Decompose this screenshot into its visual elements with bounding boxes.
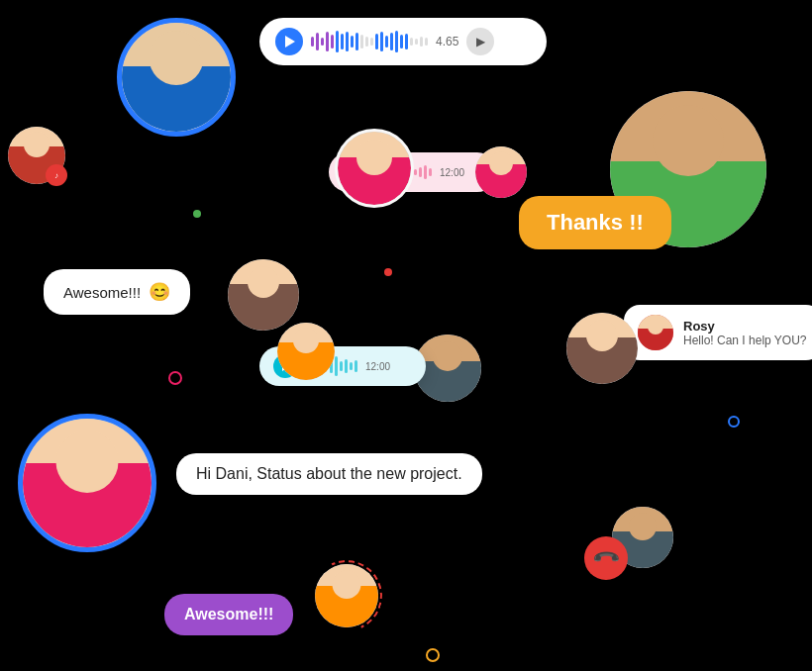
avatar-woman-facing-right <box>566 313 638 384</box>
voice-duration: 4.65 <box>436 35 458 48</box>
hi-dani-text: Hi Dani, Status about the new project. <box>196 465 462 482</box>
avatar-woman-smiling <box>228 259 299 331</box>
voice-message-top[interactable]: 4.65 ▶ <box>259 18 547 65</box>
awesome-text-white: Awesome!!! <box>63 284 141 301</box>
blue-ring-dot <box>728 416 740 428</box>
red-dot <box>384 268 392 276</box>
rosy-card: Rosy Hello! Can I help YOU? <box>624 305 812 360</box>
play-button-top[interactable] <box>275 28 303 55</box>
avatar-woman-glasses-right <box>475 146 527 198</box>
avatar-woman-curly <box>315 564 378 627</box>
voice-time-pink: 12:00 <box>440 167 464 178</box>
avatar-woman-red-container: ♪ <box>8 127 65 184</box>
green-dot <box>193 210 201 218</box>
play-icon <box>285 36 295 48</box>
awesome-bubble-purple: Awesome!!! <box>164 594 293 635</box>
rosy-message: Hello! Can I help YOU? <box>683 334 807 347</box>
thanks-bubble: Thanks !! <box>519 196 671 249</box>
rosy-text: Rosy Hello! Can I help YOU? <box>683 319 807 347</box>
avatar-woman-glasses <box>335 129 414 208</box>
phone-icon: 📞 <box>590 542 621 573</box>
awesome-text-purple: Awesome!!! <box>184 606 273 623</box>
waveform-top <box>311 30 428 53</box>
call-end-button[interactable]: 📞 <box>584 536 628 580</box>
avatar-woman-curly-container <box>315 564 378 627</box>
yellow-ring-dot <box>426 648 440 662</box>
pink-ring-dot <box>168 371 182 385</box>
avatar-man-blue <box>117 18 236 137</box>
voice-time-teal: 12:00 <box>365 361 390 372</box>
rosy-avatar <box>638 315 673 350</box>
rosy-name: Rosy <box>683 319 807 334</box>
forward-button[interactable]: ▶ <box>466 28 494 55</box>
hi-dani-bubble: Hi Dani, Status about the new project. <box>176 453 482 495</box>
avatar-woman-shoulder <box>277 323 335 380</box>
avatar-woman-phone <box>18 414 156 552</box>
audio-badge: ♪ <box>46 164 67 186</box>
awesome-emoji: 😊 <box>149 281 170 303</box>
awesome-bubble-white: Awesome!!! 😊 <box>44 269 190 315</box>
